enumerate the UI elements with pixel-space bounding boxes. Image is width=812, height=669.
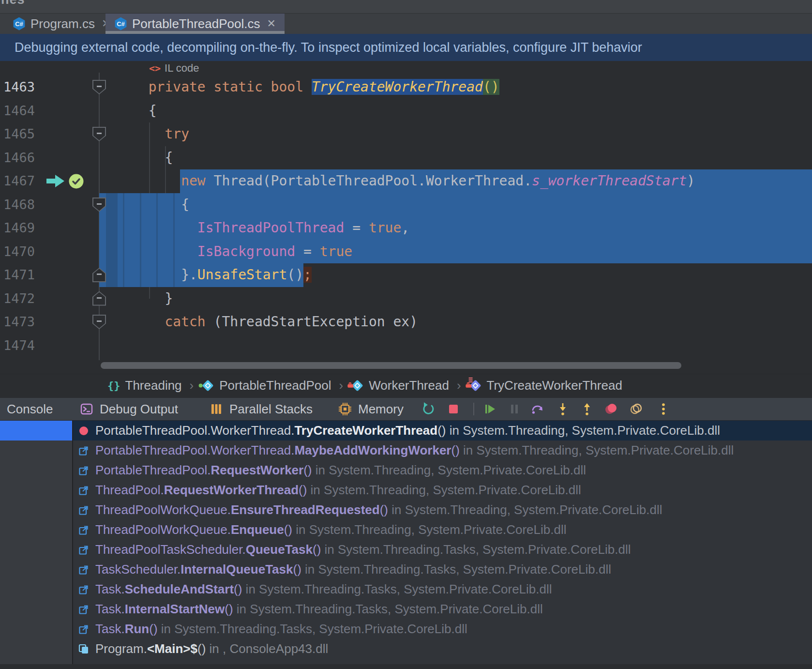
stack-frame-row[interactable]: ThreadPool.RequestWorkerThread() in Syst… <box>73 480 812 500</box>
fold-marker-icon[interactable] <box>92 268 106 282</box>
line-number[interactable]: 1466 <box>0 146 35 170</box>
stack-frame-row[interactable]: TaskScheduler.InternalQueueTask() in Sys… <box>73 560 812 579</box>
selected-thread-row[interactable] <box>0 421 72 441</box>
selection-highlight <box>99 193 812 217</box>
fold-marker-icon[interactable] <box>92 291 106 306</box>
toolbar-divider <box>473 403 474 415</box>
frames-pane: PortableThreadPool.WorkerThread.TryCreat… <box>73 421 812 669</box>
fold-marker-icon[interactable] <box>92 80 106 94</box>
breadcrumb-item-threading[interactable]: {}Threading <box>107 378 182 393</box>
line-number[interactable]: 1465 <box>0 122 35 146</box>
stack-frame-row[interactable]: ThreadPoolWorkQueue.Enqueue() in System.… <box>73 520 812 540</box>
tab-console[interactable]: Console <box>7 398 53 420</box>
external-frame-icon <box>78 445 89 456</box>
pause-button[interactable] <box>507 402 522 416</box>
code-editor[interactable]: <> IL code 1463 private static bool TryC… <box>0 61 812 374</box>
breadcrumb: {}Threading›PortableThreadPool›WorkerThr… <box>0 374 812 397</box>
external-frame-icon <box>78 564 89 575</box>
line-number[interactable]: 1472 <box>0 287 35 311</box>
stack-frame-row[interactable]: Task.Run() in System.Threading.Tasks, Sy… <box>73 619 812 639</box>
step-over-button[interactable] <box>530 402 545 416</box>
code-line[interactable]: } <box>132 287 173 311</box>
bottom-edge <box>0 664 812 669</box>
execution-pointer-icon <box>45 173 66 191</box>
code-line[interactable]: { <box>132 193 189 217</box>
threads-pane[interactable] <box>0 421 72 669</box>
code-line[interactable]: { <box>132 146 173 170</box>
external-frame-icon <box>78 465 89 476</box>
code-line[interactable]: IsBackground = true <box>132 240 352 264</box>
stack-frame-row[interactable]: ThreadPoolTaskScheduler.QueueTask() in S… <box>73 540 812 560</box>
code-line[interactable]: private static bool TryCreateWorkerThrea… <box>132 76 499 99</box>
breadcrumb-item-trycreateworkerthread[interactable]: TryCreateWorkerThread <box>469 378 622 393</box>
editor-tab-bar: C# Program.cs ✕ C# PortableThreadPool.cs… <box>0 14 812 34</box>
breakpoint-icon <box>78 426 89 436</box>
chevron-right-icon: › <box>190 378 194 393</box>
tab-debug-output[interactable]: Debug Output <box>79 398 178 420</box>
external-frame-icon <box>78 485 89 496</box>
tab-parallel-stacks[interactable]: Parallel Stacks <box>209 398 313 420</box>
verified-breakpoint-icon[interactable] <box>68 173 84 191</box>
stack-frame-row[interactable]: Task.InternalStartNew() in System.Thread… <box>73 599 812 619</box>
tab-label: Program.cs <box>30 16 95 31</box>
code-line[interactable]: IsThreadPoolThread = true, <box>132 216 409 240</box>
breadcrumb-item-portablethreadpool[interactable]: PortableThreadPool <box>201 378 331 393</box>
line-number[interactable]: 1469 <box>0 216 35 240</box>
stack-frame-row[interactable]: PortableThreadPool.WorkerThread.TryCreat… <box>73 421 812 441</box>
csharp-file-icon: C# <box>114 17 127 30</box>
code-line[interactable]: { <box>132 99 157 123</box>
external-frame-icon <box>78 545 89 555</box>
debug-output-icon <box>79 402 94 416</box>
line-number[interactable]: 1463 <box>0 76 35 99</box>
line-number[interactable]: 1467 <box>0 169 35 193</box>
stack-frame-row[interactable]: Task.ScheduleAndStart() in System.Thread… <box>73 579 812 599</box>
resume-button[interactable] <box>483 402 497 416</box>
stack-frame-row[interactable]: ThreadPoolWorkQueue.EnsureThreadRequeste… <box>73 500 812 520</box>
code-line[interactable]: try <box>132 122 189 146</box>
stop-button[interactable] <box>446 402 461 416</box>
fold-marker-icon[interactable] <box>92 198 106 212</box>
line-number[interactable]: 1471 <box>0 263 35 287</box>
class-icon <box>202 380 214 391</box>
tab-portablethreadpool-cs[interactable]: C# PortableThreadPool.cs ✕ <box>105 14 285 34</box>
external-frame-icon <box>78 505 89 516</box>
code-line[interactable]: catch (ThreadStartException ex) <box>132 310 418 334</box>
ide-window: nes C# Program.cs ✕ C# PortableThreadPoo… <box>0 0 812 669</box>
csharp-file-icon: C# <box>13 17 26 30</box>
window-top-strip: nes <box>0 0 812 14</box>
tab-label: PortableThreadPool.cs <box>132 16 260 31</box>
stack-frame-row[interactable]: PortableThreadPool.WorkerThread.MaybeAdd… <box>73 441 812 460</box>
clipped-title-fragment: nes <box>1 0 25 7</box>
line-number[interactable]: 1474 <box>0 334 35 358</box>
angle-brackets-icon: <> <box>149 62 161 74</box>
line-number[interactable]: 1468 <box>0 193 35 217</box>
line-number[interactable]: 1470 <box>0 240 35 264</box>
view-breakpoints-button[interactable] <box>629 402 644 416</box>
stack-frame-row[interactable]: Program.<Main>$() in , ConsoleApp43.dll <box>73 639 812 659</box>
program-frames-icon <box>78 643 90 655</box>
step-out-button[interactable] <box>580 402 594 416</box>
line-number[interactable]: 1473 <box>0 310 35 334</box>
code-line[interactable]: }.UnsafeStart(); <box>132 263 312 287</box>
horizontal-scrollbar[interactable] <box>101 362 681 369</box>
rerun-debug-button[interactable] <box>421 402 436 416</box>
step-into-button[interactable] <box>556 402 570 416</box>
external-frame-icon <box>78 584 89 595</box>
fold-marker-icon[interactable] <box>92 127 106 141</box>
code-line[interactable]: new Thread(PortableThreadPool.WorkerThre… <box>132 169 695 193</box>
fold-marker-icon[interactable] <box>92 315 106 329</box>
line-number[interactable]: 1464 <box>0 99 35 123</box>
decompile-notification-banner: Debugging external code, decompiling on-… <box>0 34 812 61</box>
external-frame-icon <box>78 604 89 615</box>
more-options-button[interactable] <box>656 402 671 416</box>
namespace-icon: {} <box>107 380 120 392</box>
banner-text: Debugging external code, decompiling on-… <box>15 40 642 55</box>
mute-breakpoints-button[interactable] <box>604 402 618 416</box>
breadcrumb-item-workerthread[interactable]: WorkerThread <box>351 378 449 393</box>
il-code-inlay-hint[interactable]: <> IL code <box>149 61 199 76</box>
close-icon[interactable]: ✕ <box>267 17 275 30</box>
tab-memory[interactable]: Memory <box>338 398 404 420</box>
class-icon <box>352 380 363 391</box>
tab-program-cs[interactable]: C# Program.cs ✕ <box>4 14 120 34</box>
stack-frame-row[interactable]: PortableThreadPool.RequestWorker() in Sy… <box>73 460 812 480</box>
